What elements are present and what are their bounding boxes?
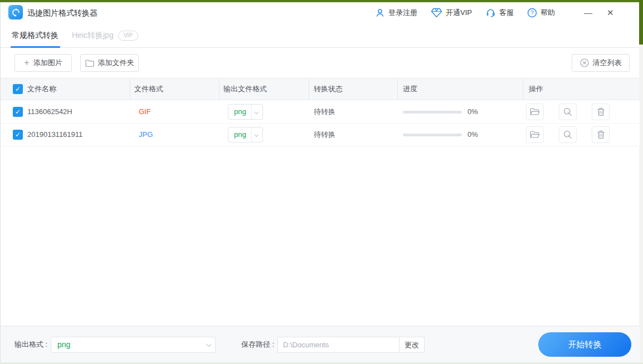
column-divider bbox=[309, 79, 309, 99]
row-checkbox[interactable]: ✓ bbox=[13, 107, 23, 117]
col-header-status: 转换状态 bbox=[314, 78, 343, 100]
col-header-format: 文件格式 bbox=[134, 78, 163, 100]
add-image-button[interactable]: + 添加图片 bbox=[14, 54, 72, 72]
help-question-icon: ? bbox=[527, 8, 537, 18]
vip-badge: VIP bbox=[118, 31, 138, 41]
app-title: 迅捷图片格式转换器 bbox=[27, 2, 98, 23]
save-path-label: 保存路径 : bbox=[241, 326, 274, 363]
output-format-select[interactable]: png bbox=[228, 104, 263, 120]
column-divider bbox=[130, 79, 130, 99]
add-folder-label: 添加文件夹 bbox=[98, 58, 134, 68]
plus-icon: + bbox=[24, 58, 29, 67]
table-row: ✓ 1136062542H GIF png 待转换 0% bbox=[1, 101, 640, 124]
progress-bar bbox=[403, 111, 462, 114]
table-row: ✓ 20190131161911 JPG png 待转换 0% bbox=[1, 124, 640, 146]
file-name: 1136062542H bbox=[27, 101, 72, 123]
help-button[interactable]: ? 帮助 bbox=[527, 8, 555, 18]
close-button[interactable]: ✕ bbox=[607, 2, 614, 23]
minimize-button[interactable]: — bbox=[584, 2, 592, 23]
progress-bar bbox=[403, 134, 462, 136]
save-path-input[interactable]: D:\Documents bbox=[277, 337, 400, 353]
output-format-label: 输出格式 : bbox=[14, 326, 47, 363]
change-path-button[interactable]: 更改 bbox=[399, 337, 425, 353]
login-register-label: 登录注册 bbox=[388, 8, 417, 18]
tab-heic-label: Heic转换jpg bbox=[72, 23, 114, 47]
desktop-edge-right-lower bbox=[639, 45, 643, 362]
output-format-value: png bbox=[228, 105, 251, 119]
preview-button[interactable] bbox=[559, 126, 577, 143]
delete-button[interactable] bbox=[592, 104, 610, 120]
start-convert-button[interactable]: 开始转换 bbox=[538, 332, 631, 357]
open-folder-button[interactable] bbox=[526, 126, 544, 143]
converter-window: 迅捷图片格式转换器 登录注册 bbox=[0, 2, 639, 362]
open-vip-button[interactable]: 开通VIP bbox=[431, 8, 472, 18]
col-header-filename: 文件名称 bbox=[27, 78, 56, 100]
row-checkbox[interactable]: ✓ bbox=[13, 130, 23, 140]
output-format-select[interactable]: png bbox=[228, 127, 263, 142]
footer-bar: 输出格式 : png 保存路径 : D:\Documents 更改 开始转换 bbox=[1, 326, 640, 362]
toolbar: + 添加图片 添加文件夹 清空列表 bbox=[1, 48, 639, 78]
titlebar-actions: 登录注册 开通VIP bbox=[375, 2, 614, 23]
col-header-progress: 进度 bbox=[403, 78, 417, 100]
col-header-actions: 操作 bbox=[529, 78, 543, 100]
headset-icon bbox=[485, 8, 496, 18]
customer-service-label: 客服 bbox=[499, 8, 514, 18]
clear-list-label: 清空列表 bbox=[593, 58, 622, 68]
column-divider bbox=[219, 79, 220, 99]
file-format: JPG bbox=[139, 124, 153, 146]
global-output-format-select[interactable]: png bbox=[51, 337, 216, 353]
customer-service-button[interactable]: 客服 bbox=[485, 8, 514, 18]
add-image-label: 添加图片 bbox=[33, 58, 62, 68]
column-divider bbox=[523, 79, 523, 99]
file-name: 20190131161911 bbox=[27, 124, 82, 146]
delete-button[interactable] bbox=[592, 126, 610, 143]
convert-status: 待转换 bbox=[314, 124, 335, 146]
chevron-down-icon bbox=[251, 105, 262, 119]
add-folder-button[interactable]: 添加文件夹 bbox=[80, 54, 139, 72]
user-icon bbox=[375, 8, 385, 18]
app-logo-icon bbox=[8, 5, 23, 19]
login-register-button[interactable]: 登录注册 bbox=[375, 8, 417, 18]
help-label: 帮助 bbox=[540, 8, 555, 18]
progress-percent: 0% bbox=[467, 124, 478, 146]
tab-heic-to-jpg[interactable]: Heic转换jpg VIP bbox=[72, 23, 138, 47]
folder-icon bbox=[85, 60, 94, 67]
table-header: ✓ 文件名称 文件格式 输出文件格式 转换状态 进度 操作 bbox=[1, 78, 640, 100]
vip-diamond-icon bbox=[431, 8, 442, 18]
svg-text:?: ? bbox=[530, 10, 534, 16]
select-all-checkbox[interactable]: ✓ bbox=[13, 84, 23, 94]
file-format: GIF bbox=[139, 101, 151, 123]
clear-list-button[interactable]: 清空列表 bbox=[572, 54, 630, 72]
global-output-format-value: png bbox=[51, 337, 215, 352]
clear-circle-x-icon bbox=[580, 58, 589, 67]
desktop-edge-right bbox=[639, 0, 643, 45]
open-vip-label: 开通VIP bbox=[446, 8, 472, 18]
tab-bar: 常规格式转换 Heic转换jpg VIP bbox=[1, 23, 639, 48]
app-window: 迅捷图片格式转换器 登录注册 bbox=[0, 0, 643, 364]
preview-button[interactable] bbox=[559, 104, 577, 120]
chevron-down-icon bbox=[251, 127, 262, 142]
convert-status: 待转换 bbox=[314, 101, 335, 123]
open-folder-button[interactable] bbox=[526, 104, 544, 120]
tab-regular-convert[interactable]: 常规格式转换 bbox=[12, 23, 59, 47]
column-divider bbox=[397, 79, 398, 99]
titlebar: 迅捷图片格式转换器 登录注册 bbox=[1, 2, 639, 23]
progress-percent: 0% bbox=[467, 101, 478, 123]
col-header-output-format: 输出文件格式 bbox=[223, 78, 267, 100]
output-format-value: png bbox=[228, 127, 251, 142]
